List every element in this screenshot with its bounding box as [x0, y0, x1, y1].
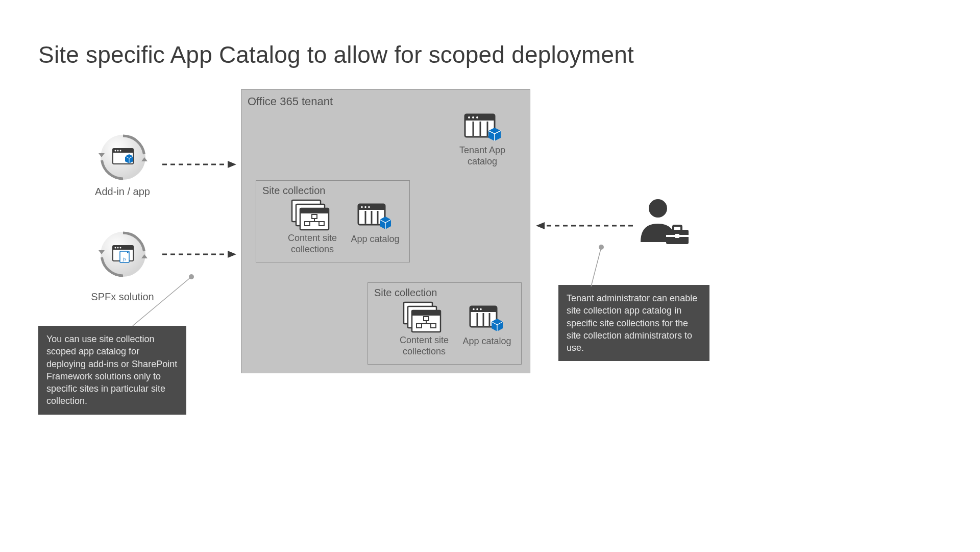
svg-marker-22	[228, 161, 236, 168]
svg-point-67	[480, 308, 482, 310]
svg-marker-79	[536, 222, 545, 229]
svg-line-80	[133, 277, 191, 326]
svg-point-81	[189, 274, 194, 279]
sc2-content-label: Content site collections	[394, 335, 455, 357]
svg-point-65	[473, 308, 475, 310]
addin-label: Add-in / app	[77, 186, 168, 198]
sc2-catalog-label: App catalog	[459, 336, 515, 347]
svg-point-6	[117, 150, 119, 152]
sc1-catalog-label: App catalog	[347, 234, 403, 245]
addin-cycle-icon	[97, 132, 149, 183]
svg-point-17	[120, 247, 121, 249]
svg-point-16	[117, 247, 119, 249]
svg-marker-24	[228, 251, 236, 258]
svg-point-28	[472, 116, 474, 118]
svg-rect-57	[412, 310, 440, 316]
sc2-label: Site collection	[374, 287, 437, 299]
svg-point-15	[115, 247, 116, 249]
leader-left-icon	[133, 272, 199, 328]
leader-right-icon	[591, 243, 611, 289]
admin-user-icon	[635, 196, 692, 247]
svg-point-5	[115, 150, 116, 152]
tenant-app-catalog-icon	[462, 110, 503, 143]
arrow-addin-to-tenant-icon	[162, 159, 236, 170]
arrow-spfx-to-tenant-icon	[162, 249, 236, 259]
tenant-catalog-label: Tenant App catalog	[452, 145, 513, 167]
svg-point-48	[368, 206, 370, 208]
annotation-right: Tenant administrator can enable site col…	[558, 285, 709, 361]
svg-rect-38	[300, 208, 329, 213]
page-title: Site specific App Catalog to allow for s…	[38, 41, 634, 68]
svg-text:js: js	[122, 256, 127, 261]
svg-point-27	[468, 116, 470, 118]
svg-rect-77	[675, 234, 679, 238]
site-collection-1-box: Site collection Content site collections	[256, 180, 410, 262]
svg-line-82	[591, 247, 601, 286]
annotation-left: You can use site collection scoped app c…	[38, 326, 186, 415]
tenant-box: Office 365 tenant Tenant App catalog Sit…	[241, 89, 530, 373]
app-catalog-icon	[468, 303, 506, 334]
arrow-admin-to-tenant-icon	[536, 221, 633, 231]
sc1-content-label: Content site collections	[282, 233, 343, 255]
sc1-label: Site collection	[262, 185, 325, 197]
svg-point-66	[476, 308, 478, 310]
content-site-collections-icon	[291, 199, 334, 233]
svg-point-83	[599, 245, 604, 250]
svg-point-29	[476, 116, 478, 118]
svg-point-46	[361, 206, 363, 208]
svg-point-7	[120, 150, 121, 152]
svg-point-73	[649, 199, 667, 218]
app-catalog-icon	[356, 201, 394, 232]
svg-point-47	[364, 206, 366, 208]
svg-rect-75	[673, 226, 681, 231]
tenant-label: Office 365 tenant	[248, 95, 333, 108]
site-collection-2-box: Site collection Content site collections	[368, 282, 522, 365]
content-site-collections-icon	[403, 301, 446, 335]
